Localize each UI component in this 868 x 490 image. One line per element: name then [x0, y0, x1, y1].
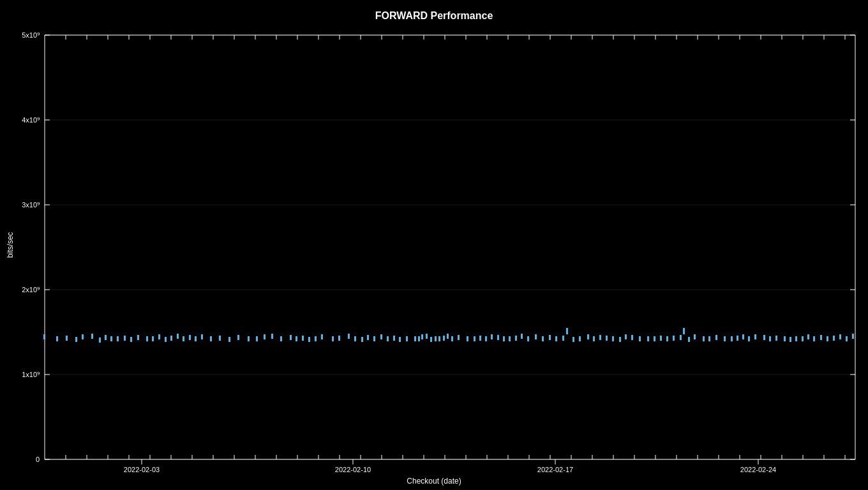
svg-rect-115 [338, 336, 340, 341]
svg-rect-189 [802, 336, 804, 341]
x-tick-feb03: 2022-02-03 [124, 466, 160, 473]
svg-rect-106 [271, 334, 273, 339]
svg-rect-121 [380, 334, 382, 339]
svg-rect-149 [542, 336, 544, 341]
svg-rect-96 [189, 335, 191, 340]
svg-rect-152 [562, 336, 564, 341]
svg-rect-122 [387, 336, 389, 341]
svg-rect-131 [435, 336, 437, 341]
svg-rect-133 [443, 336, 445, 341]
svg-rect-179 [737, 336, 738, 341]
svg-rect-157 [593, 336, 595, 341]
y-tick-1e9: 1x10⁹ [22, 371, 40, 378]
svg-rect-92 [165, 337, 167, 342]
svg-rect-195 [839, 334, 841, 339]
x-tick-feb24: 2022-02-24 [740, 466, 776, 473]
svg-rect-80 [82, 334, 84, 339]
svg-rect-93 [170, 336, 172, 341]
svg-rect-112 [315, 336, 317, 341]
svg-rect-164 [639, 336, 641, 341]
svg-rect-174 [703, 336, 705, 341]
svg-rect-187 [789, 337, 791, 342]
svg-rect-176 [715, 335, 717, 340]
svg-rect-103 [248, 336, 250, 341]
svg-rect-192 [820, 335, 822, 340]
svg-rect-95 [183, 336, 184, 341]
svg-rect-120 [373, 336, 375, 341]
svg-rect-148 [535, 334, 537, 339]
svg-rect-170 [680, 335, 682, 340]
svg-rect-91 [158, 334, 160, 339]
svg-rect-100 [219, 336, 221, 341]
svg-rect-79 [75, 337, 77, 342]
svg-rect-99 [210, 336, 212, 341]
svg-rect-190 [807, 334, 809, 339]
svg-rect-140 [485, 336, 487, 341]
svg-rect-172 [688, 337, 690, 342]
svg-rect-86 [124, 336, 126, 341]
svg-rect-114 [332, 336, 334, 341]
top-tick-marks [66, 35, 845, 40]
svg-rect-118 [361, 337, 363, 342]
svg-rect-98 [201, 334, 203, 339]
svg-rect-110 [302, 336, 304, 341]
svg-rect-183 [763, 335, 765, 340]
svg-rect-165 [647, 336, 649, 341]
svg-rect-147 [527, 336, 529, 341]
x-tick-feb10: 2022-02-10 [335, 466, 371, 473]
svg-rect-117 [354, 336, 356, 341]
svg-rect-78 [66, 336, 68, 341]
svg-rect-102 [237, 335, 239, 340]
bottom-tick-marks [66, 455, 845, 459]
x-tick-feb17: 2022-02-17 [537, 466, 573, 473]
svg-rect-87 [130, 337, 132, 342]
svg-rect-89 [146, 336, 148, 341]
svg-rect-81 [91, 334, 93, 339]
svg-rect-105 [264, 334, 266, 339]
svg-rect-119 [367, 335, 369, 340]
svg-rect-139 [479, 336, 481, 341]
svg-rect-167 [660, 336, 662, 341]
svg-rect-127 [418, 336, 420, 341]
svg-rect-193 [827, 336, 828, 341]
svg-rect-146 [521, 334, 523, 339]
data-points [43, 328, 854, 343]
y-tick-4e9: 4x10⁹ [22, 116, 40, 124]
svg-rect-109 [296, 336, 297, 341]
svg-rect-135 [451, 336, 453, 341]
svg-rect-94 [177, 334, 179, 339]
svg-rect-129 [426, 334, 428, 339]
x-axis-label: Checkout (date) [407, 477, 461, 486]
chart-title: FORWARD Performance [375, 10, 493, 21]
svg-rect-145 [515, 336, 517, 341]
svg-rect-83 [105, 335, 107, 340]
svg-rect-116 [348, 334, 350, 339]
svg-rect-144 [509, 336, 511, 341]
svg-rect-191 [813, 336, 815, 341]
svg-rect-154 [572, 337, 574, 342]
svg-rect-159 [606, 336, 608, 341]
svg-rect-88 [137, 335, 139, 340]
svg-rect-104 [256, 336, 258, 341]
svg-rect-77 [56, 336, 58, 341]
svg-rect-161 [619, 337, 621, 342]
svg-rect-184 [769, 336, 771, 341]
svg-rect-196 [846, 336, 848, 341]
svg-rect-181 [748, 336, 750, 341]
y-tick-0: 0 [36, 456, 40, 463]
svg-rect-177 [724, 336, 726, 341]
svg-rect-142 [497, 335, 499, 340]
svg-rect-82 [99, 338, 101, 343]
svg-rect-126 [414, 336, 416, 341]
svg-rect-162 [625, 334, 627, 339]
chart-svg: FORWARD Performance bits/sec Checkout (d… [0, 0, 868, 490]
svg-rect-134 [447, 334, 449, 339]
y-tick-2e9: 2x10⁹ [22, 286, 40, 293]
svg-rect-97 [195, 336, 197, 341]
svg-rect-194 [833, 336, 835, 341]
svg-rect-111 [308, 337, 310, 342]
chart-container: FORWARD Performance bits/sec Checkout (d… [0, 0, 868, 490]
svg-rect-141 [491, 334, 493, 339]
svg-rect-182 [754, 334, 756, 339]
svg-rect-151 [555, 336, 557, 341]
